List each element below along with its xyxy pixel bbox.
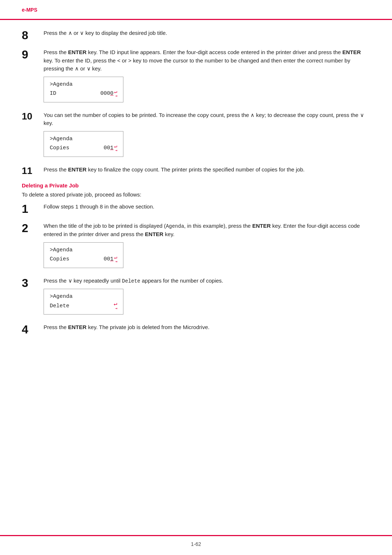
header: e-MPS (22, 7, 37, 13)
sub-step-2: 2 When the title of the job to be printe… (22, 222, 370, 270)
section-heading: Deleting a Private Job (22, 182, 370, 189)
step-9-number: 9 (22, 48, 44, 61)
section-intro: To delete a stored private job, proceed … (22, 191, 370, 198)
lcd-step-10: >Agenda Copies 001↵⇥ (44, 127, 370, 159)
step-8-number: 8 (22, 29, 44, 42)
sub-step-1-content: Follow steps 1 through 8 in the above se… (44, 203, 370, 211)
sub-step-4: 4 Press the ENTER key. The private job i… (22, 323, 370, 336)
lcd-sub-step-2: >Agenda Copies 001↵⇥ (44, 239, 370, 270)
lcd-9-row1: >Agenda (50, 80, 117, 89)
top-border-line (0, 19, 392, 20)
step-11: 11 Press the ENTER key to finalize the c… (22, 166, 370, 176)
lcd-s2-row1: >Agenda (50, 246, 117, 255)
step-11-number: 11 (22, 166, 44, 176)
sub-step-3-number: 3 (22, 277, 44, 289)
step-8: 8 Press the ∧ or ∨ key to display the de… (22, 29, 370, 42)
sub-step-1: 1 Follow steps 1 through 8 in the above … (22, 203, 370, 215)
lcd-9-row2: ID 0000↵⇥ (50, 89, 117, 98)
step-10-content: You can set the number of copies to be p… (44, 111, 370, 159)
lcd-sub-step-3: >Agenda Delete ↵⇥ (44, 285, 370, 317)
sub-step-4-number: 4 (22, 323, 44, 336)
sub-step-2-number: 2 (22, 222, 44, 235)
lcd-10-row2: Copies 001↵⇥ (50, 143, 117, 153)
page-number: 1-62 (191, 541, 201, 547)
step-10-number: 10 (22, 111, 44, 122)
main-content: 8 Press the ∧ or ∨ key to display the de… (22, 29, 370, 526)
step-8-content: Press the ∧ or ∨ key to display the desi… (44, 29, 370, 37)
lcd-s2-row2: Copies 001↵⇥ (50, 255, 117, 264)
lcd-10-row1: >Agenda (50, 134, 117, 144)
step-10: 10 You can set the number of copies to b… (22, 111, 370, 159)
lcd-s3-row1: >Agenda (50, 292, 117, 301)
step-11-content: Press the ENTER key to finalize the copy… (44, 166, 370, 174)
bottom-border-line (0, 535, 392, 536)
deleting-section: Deleting a Private Job To delete a store… (22, 182, 370, 336)
sub-step-2-content: When the title of the job to be printed … (44, 222, 370, 270)
lcd-step-9: >Agenda ID 0000↵⇥ (44, 73, 370, 105)
sub-step-1-number: 1 (22, 203, 44, 215)
sub-step-4-content: Press the ENTER key. The private job is … (44, 323, 370, 332)
step-9: 9 Press the ENTER key. The ID input line… (22, 48, 370, 105)
header-title: e-MPS (22, 7, 37, 13)
sub-step-3-content: Press the ∨ key repeatedly until Delete … (44, 277, 370, 317)
footer: 1-62 (0, 541, 392, 547)
step-9-content: Press the ENTER key. The ID input line a… (44, 48, 370, 105)
sub-step-3: 3 Press the ∨ key repeatedly until Delet… (22, 277, 370, 317)
lcd-s3-row2: Delete ↵⇥ (50, 301, 117, 311)
